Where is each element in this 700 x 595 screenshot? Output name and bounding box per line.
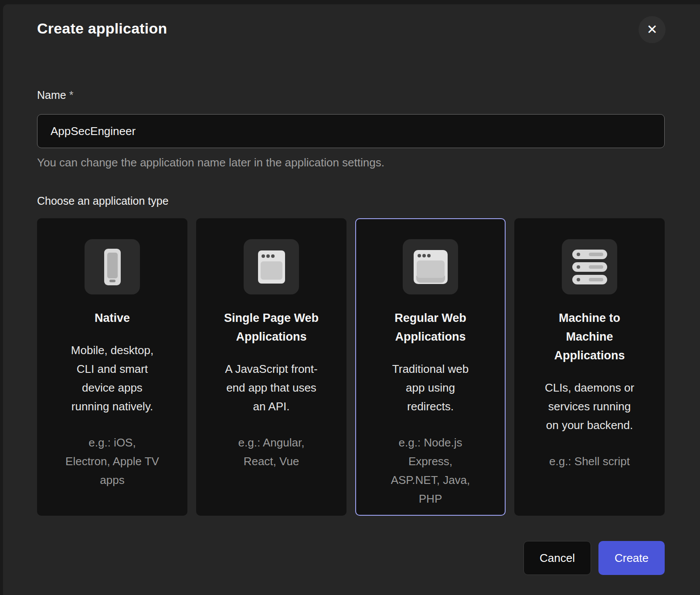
- card-description: Traditional web app using redirects.: [383, 360, 478, 416]
- create-application-dialog: Create application ✕ Name* You can chang…: [3, 4, 700, 595]
- name-helper-text: You can change the application name late…: [37, 156, 384, 169]
- card-example: e.g.: Shell script: [549, 452, 630, 471]
- card-single-page-web[interactable]: Single Page Web Applications A JavaScrip…: [196, 218, 347, 516]
- card-description: CLIs, daemons or services running on you…: [542, 379, 637, 435]
- dialog-title: Create application: [37, 20, 167, 37]
- m2m-icon-box: [562, 239, 617, 294]
- card-example: e.g.: iOS, Electron, Apple TV apps: [65, 433, 160, 490]
- regular-web-icon-box: [403, 239, 458, 294]
- browser-window-icon: [258, 250, 285, 284]
- card-description: A JavaScript front-end app that uses an …: [224, 360, 319, 416]
- browser-window-3d-icon: [414, 250, 448, 284]
- application-name-input[interactable]: [37, 114, 665, 148]
- card-description: Mobile, desktop, CLI and smart device ap…: [65, 341, 160, 416]
- phone-icon: [104, 249, 121, 285]
- card-example: e.g.: Node.js Express, ASP.NET, Java, PH…: [383, 433, 478, 508]
- card-machine-to-machine[interactable]: Machine to Machine Applications CLIs, da…: [514, 218, 665, 516]
- create-button[interactable]: Create: [598, 541, 665, 575]
- application-type-cards: Native Mobile, desktop, CLI and smart de…: [37, 218, 665, 516]
- required-marker: *: [69, 89, 74, 101]
- card-example: e.g.: Angular, React, Vue: [224, 433, 319, 471]
- card-title: Machine to Machine Applications: [539, 309, 640, 365]
- application-type-label: Choose an application type: [37, 195, 169, 207]
- server-stack-icon: [572, 250, 607, 284]
- card-regular-web[interactable]: Regular Web Applications Traditional web…: [355, 218, 506, 516]
- close-button[interactable]: ✕: [639, 16, 666, 43]
- card-title: Native: [95, 309, 130, 328]
- close-icon: ✕: [646, 23, 657, 36]
- native-icon-box: [85, 239, 140, 294]
- card-native[interactable]: Native Mobile, desktop, CLI and smart de…: [37, 218, 187, 516]
- cancel-button[interactable]: Cancel: [523, 541, 591, 575]
- card-title: Regular Web Applications: [380, 309, 481, 346]
- name-label: Name*: [37, 89, 73, 101]
- card-title: Single Page Web Applications: [221, 309, 322, 346]
- spa-icon-box: [244, 239, 299, 294]
